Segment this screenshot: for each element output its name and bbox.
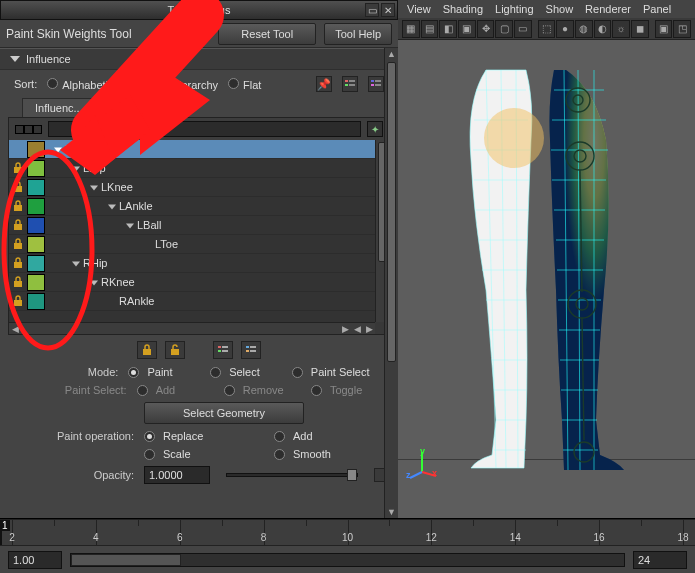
lock-icon[interactable] [9, 257, 27, 269]
op-add-option[interactable]: Add [274, 430, 356, 442]
list-icon-b[interactable] [368, 76, 384, 92]
influence-row-lhip[interactable]: LHip [9, 159, 375, 178]
vp-isolate-icon[interactable]: ▣ [655, 20, 673, 38]
vp-imageplane-icon[interactable]: ▣ [458, 20, 476, 38]
influence-label: RAnkle [47, 295, 154, 307]
list-mode-b-icon[interactable] [241, 341, 261, 359]
panel-vertical-scrollbar[interactable]: ▲ ▼ [384, 48, 398, 518]
color-swatch[interactable] [27, 160, 45, 177]
influence-row-lankle[interactable]: LAnkle [9, 197, 375, 216]
window-close-icon[interactable]: ✕ [381, 3, 395, 17]
disclosure-icon[interactable] [71, 261, 81, 267]
unlock-all-icon[interactable] [165, 341, 185, 359]
opacity-slider[interactable] [226, 473, 358, 477]
influence-row-rknee[interactable]: RKnee [9, 273, 375, 292]
sort-alpha-option[interactable]: Alphabetically [47, 78, 130, 91]
vp-camera-select-icon[interactable]: ▦ [402, 20, 420, 38]
vp-2d-pan-icon[interactable]: ✥ [477, 20, 495, 38]
mode-select-option[interactable]: Select [210, 366, 282, 378]
influence-search-input[interactable] [48, 121, 361, 137]
timeline-tick-label: 12 [426, 532, 437, 543]
influence-row-rankle[interactable]: RAnkle [9, 292, 375, 311]
influence-section-header[interactable]: Influence [0, 48, 398, 70]
mode-paint-option[interactable]: Paint [128, 366, 200, 378]
vp-wire-on-shaded-icon[interactable]: ◍ [575, 20, 593, 38]
disclosure-icon[interactable] [89, 280, 99, 286]
svg-rect-14 [14, 281, 22, 287]
color-swatch[interactable] [27, 293, 45, 310]
select-geometry-button[interactable]: Select Geometry [144, 402, 304, 424]
color-swatch[interactable] [27, 217, 45, 234]
timeline-tick-label: 4 [93, 532, 99, 543]
menu-panel[interactable]: Panel [638, 3, 676, 15]
color-swatch[interactable] [27, 198, 45, 215]
sort-hierarchy-option[interactable]: By Hierarchy [140, 78, 218, 91]
influence-row-lball[interactable]: LBall [9, 216, 375, 235]
range-start-field[interactable] [8, 551, 62, 569]
timeline-cursor[interactable]: 1 [0, 520, 2, 545]
op-smooth-option[interactable]: Smooth [274, 448, 356, 460]
reset-tool-button[interactable]: Reset Tool [218, 23, 316, 45]
disclosure-icon[interactable] [125, 223, 135, 229]
disclosure-icon[interactable] [71, 166, 81, 172]
menu-lighting[interactable]: Lighting [490, 3, 539, 15]
influence-tree[interactable]: RootLHipLKneeLAnkleLBallLToeRHipRKneeRAn… [9, 140, 375, 322]
color-swatch[interactable] [27, 236, 45, 253]
vp-gate-icon[interactable]: ▢ [495, 20, 513, 38]
influence-row-root[interactable]: Root [9, 140, 375, 159]
svg-rect-20 [218, 350, 221, 352]
influence-row-rhip[interactable]: RHip [9, 254, 375, 273]
menu-renderer[interactable]: Renderer [580, 3, 636, 15]
window-undock-icon[interactable]: ▭ [365, 3, 379, 17]
color-swatch[interactable] [27, 179, 45, 196]
menu-shading[interactable]: Shading [438, 3, 488, 15]
mode-row: Mode: Paint Select Paint Select [0, 363, 398, 381]
op-scale-option[interactable]: Scale [144, 448, 264, 460]
lock-icon[interactable] [9, 219, 27, 231]
opacity-field[interactable] [144, 466, 210, 484]
vp-shaded-icon[interactable]: ● [556, 20, 574, 38]
range-slider[interactable] [70, 553, 625, 567]
lock-icon[interactable] [9, 162, 27, 174]
filter-icon[interactable]: ✦ [367, 121, 383, 137]
list-mode-a-icon[interactable] [213, 341, 233, 359]
pin-icon[interactable]: 📌 [316, 76, 332, 92]
disclosure-icon[interactable] [89, 185, 99, 191]
color-swatch[interactable] [27, 141, 45, 158]
lock-all-icon[interactable] [137, 341, 157, 359]
influence-tab[interactable]: Influenc... [22, 98, 96, 117]
svg-point-26 [484, 108, 544, 168]
vp-textured-icon[interactable]: ◐ [594, 20, 612, 38]
lock-icon[interactable] [9, 276, 27, 288]
tree-horizontal-scrollbar[interactable]: ◀▶ ◀▶ [9, 322, 375, 334]
vp-wireframe-icon[interactable]: ⬚ [538, 20, 556, 38]
swatch-grid-icon[interactable] [15, 125, 42, 134]
sort-flat-option[interactable]: Flat [228, 78, 261, 91]
lock-icon[interactable] [9, 295, 27, 307]
influence-row-ltoe[interactable]: LToe [9, 235, 375, 254]
viewport-3d[interactable]: yxz [398, 40, 695, 518]
disclosure-icon[interactable] [107, 204, 117, 210]
vp-lights-icon[interactable]: ☼ [612, 20, 630, 38]
color-swatch[interactable] [27, 255, 45, 272]
disclosure-icon[interactable] [53, 147, 63, 153]
menu-show[interactable]: Show [541, 3, 579, 15]
list-icon-a[interactable] [342, 76, 358, 92]
vp-bookmark-icon[interactable]: ◧ [439, 20, 457, 38]
lock-icon[interactable] [9, 181, 27, 193]
timeline[interactable]: 246810121416181 [0, 519, 695, 545]
lock-icon[interactable] [9, 200, 27, 212]
influence-row-lknee[interactable]: LKnee [9, 178, 375, 197]
op-replace-option[interactable]: Replace [144, 430, 264, 442]
disclosure-icon[interactable] [10, 56, 20, 62]
vp-film-gate-icon[interactable]: ▭ [514, 20, 532, 38]
mode-paintselect-option[interactable]: Paint Select [292, 366, 388, 378]
menu-view[interactable]: View [402, 3, 436, 15]
vp-camera-attr-icon[interactable]: ▤ [421, 20, 439, 38]
range-end-field[interactable] [633, 551, 687, 569]
vp-xray-icon[interactable]: ◳ [673, 20, 691, 38]
vp-shadows-icon[interactable]: ◼ [631, 20, 649, 38]
color-swatch[interactable] [27, 274, 45, 291]
tool-help-button[interactable]: Tool Help [324, 23, 392, 45]
lock-icon[interactable] [9, 238, 27, 250]
